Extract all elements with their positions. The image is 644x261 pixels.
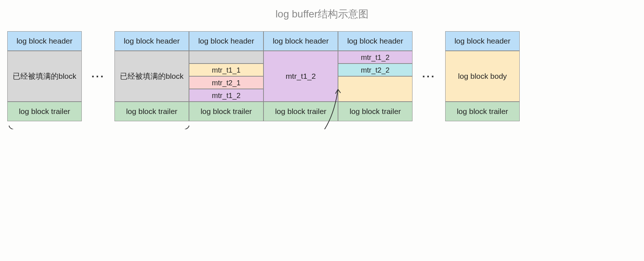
block-body-full: 已经被填满的block [7,51,82,102]
block-2: log block header 已经被填满的block log block t… [114,31,189,121]
mtr-t1-2-large: mtr_t1_2 [263,51,338,102]
mtr-t1-2: mtr_t1_2 [189,89,263,102]
block-header: log block header [445,31,520,51]
block-body-segment [189,51,263,64]
ellipsis: ··· [82,31,114,122]
block-header: log block header [189,31,263,51]
block-trailer: log block trailer [114,102,189,121]
diagram-title: log buffer结构示意图 [7,7,637,21]
block-trailer: log block trailer [263,102,338,121]
block-body: log block body [445,51,520,102]
block-last: log block header log block body log bloc… [445,31,520,121]
block-body-full: 已经被填满的block [114,51,189,102]
block-header: log block header [114,31,189,51]
block-header: log block header [263,31,338,51]
block-trailer: log block trailer [338,102,412,121]
block-3: log block header mtr_t1_1 mtr_t2_1 mtr_t… [189,31,263,121]
mtr-t1-1: mtr_t1_1 [189,64,263,76]
block-body-remaining [338,76,412,102]
ellipsis: ··· [412,31,445,122]
block-4: log block header mtr_t1_2 log block trai… [263,31,338,121]
block-5: log block header mtr_t1_2 mtr_t2_2 log b… [338,31,412,121]
blocks-row: log block header 已经被填满的block log block t… [7,31,637,122]
mtr-t1-2-small: mtr_t1_2 [338,51,412,64]
mtr-t2-1: mtr_t2_1 [189,76,263,89]
block-trailer: log block trailer [189,102,263,121]
block-header: log block header [338,31,412,51]
block-header: log block header [7,31,82,51]
block-1: log block header 已经被填满的block log block t… [7,31,82,121]
mtr-t2-2: mtr_t2_2 [338,64,412,76]
block-trailer: log block trailer [7,102,82,121]
block-trailer: log block trailer [445,102,520,121]
